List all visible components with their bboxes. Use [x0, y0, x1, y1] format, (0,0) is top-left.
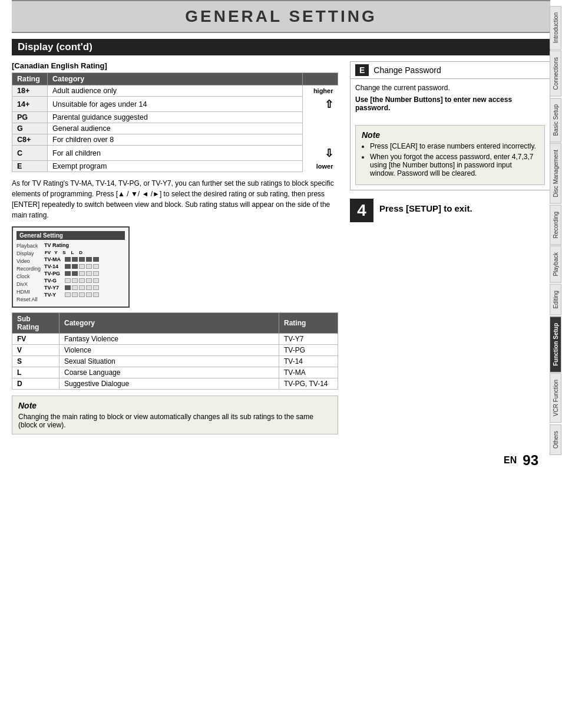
sidebar-tab[interactable]: Playback [550, 246, 561, 283]
rating-code-cell: 18+ [12, 85, 48, 97]
mockup-tv-rating: TV Rating FVYSLD TV-MATV-14TV-PGTV-GTV-Y… [44, 242, 125, 303]
rating-category-cell: General audience [48, 123, 303, 134]
sub-rating-code: L [12, 367, 59, 378]
sub-col-rating-val: Rating [279, 313, 338, 334]
sub-rating-category: Fantasy Violence [59, 334, 279, 345]
note-text-left: Changing the main rating to block or vie… [18, 413, 332, 429]
sub-rating-category: Coarse Language [59, 367, 279, 378]
mockup-menu-item: Display [16, 250, 41, 257]
rating-category-cell: Exempt program [48, 161, 303, 172]
mockup-menu-item: Clock [16, 273, 41, 280]
sub-rating-value: TV-Y7 [279, 334, 338, 345]
tv-rating-mockup: General Setting PlaybackDisplayVideoReco… [12, 226, 130, 308]
mockup-rating-row: TV-MA [44, 256, 125, 262]
sidebar-tab[interactable]: Disc Management [550, 143, 561, 204]
rating-category-cell: Parental guidance suggested [48, 112, 303, 123]
step-number: 4 [350, 199, 373, 222]
mockup-header-col: Y [52, 250, 59, 255]
mockup-menu-item: Recording [16, 265, 41, 272]
page-number: 93 [523, 452, 538, 469]
sub-col-category: Category [59, 313, 279, 334]
sub-rating-code: D [12, 378, 59, 390]
change-password-box: E Change Password Change the current pas… [350, 61, 550, 190]
sub-rating-code: V [12, 345, 59, 356]
note-bullet-item: When you forgot the access password, ent… [370, 153, 538, 177]
page-footer: EN 93 [0, 446, 562, 475]
sidebar-tab[interactable]: Others [550, 424, 561, 455]
rating-code-cell: G [12, 123, 48, 134]
cp-letter: E [355, 64, 369, 76]
sub-rating-code: S [12, 356, 59, 367]
rating-code-cell: 14+ [12, 97, 48, 112]
mockup-header-col: D [77, 250, 84, 255]
step-4-area: 4 Press [SETUP] to exit. [350, 199, 550, 222]
rating-code-cell: C8+ [12, 134, 48, 146]
rating-code-cell: C [12, 146, 48, 161]
rating-code-cell: PG [12, 112, 48, 123]
mockup-rating-row: TV-Y [44, 292, 125, 298]
mockup-menu-item: DivX [16, 281, 41, 288]
mockup-header-col: FV [44, 250, 51, 255]
sub-rating-category: Suggestive Dialogue [59, 378, 279, 390]
note-bullet-item: Press [CLEAR] to erase numbers entered i… [370, 142, 538, 150]
rating-category-cell: Adult audience only [48, 85, 303, 97]
rating-table: Rating Category 18+Adult audience onlyhi… [12, 73, 338, 172]
cp-description: Change the current password. [355, 84, 545, 92]
sidebar-tab[interactable]: Introduction [550, 6, 561, 50]
cp-body: Change the current password. Use [the Nu… [351, 79, 550, 120]
note-title-right: Note [362, 130, 538, 140]
right-sidebar: IntroductionConnectionsBasic SetupDisc M… [549, 0, 562, 728]
col-category: Category [48, 73, 303, 85]
mockup-menu-item: HDMI [16, 288, 41, 295]
col-extra [303, 73, 338, 85]
left-column: [Canadian English Rating] Rating Categor… [12, 61, 338, 440]
page-title: GENERAL SETTING [12, 7, 550, 26]
mockup-menu-item: Playback [16, 242, 41, 249]
sub-rating-value: TV-14 [279, 356, 338, 367]
rating-category-cell: Unsuitable for ages under 14 [48, 97, 303, 112]
sub-rating-table: Sub Rating Category Rating FVFantasy Vio… [12, 312, 338, 390]
page-title-bar: GENERAL SETTING [12, 0, 550, 33]
note-box-left: Note Changing the main rating to block o… [12, 396, 338, 434]
mockup-title: General Setting [16, 231, 125, 240]
right-column: E Change Password Change the current pas… [350, 61, 550, 440]
mockup-rating-row: TV-Y7 [44, 285, 125, 291]
mockup-rating-row: TV-G [44, 278, 125, 284]
sidebar-tab[interactable]: Connections [550, 51, 561, 97]
rating-code-cell: E [12, 161, 48, 172]
sidebar-tab[interactable]: Function Setup [550, 317, 561, 373]
note-title-left: Note [18, 401, 332, 410]
cp-title: Change Password [373, 65, 441, 75]
mockup-rating-row: TV-14 [44, 263, 125, 269]
canadian-rating-heading: [Canadian English Rating] [12, 61, 338, 70]
sub-rating-value: TV-MA [279, 367, 338, 378]
sub-rating-code: FV [12, 334, 59, 345]
mockup-menu-item: Video [16, 258, 41, 265]
mockup-header-col: L [69, 250, 76, 255]
sidebar-tab[interactable]: Basic Setup [550, 98, 561, 142]
sub-rating-value: TV-PG [279, 345, 338, 356]
step-text: Press [SETUP] to exit. [379, 199, 472, 213]
note-box-right: Note Press [CLEAR] to erase numbers ente… [355, 125, 545, 185]
cp-header: E Change Password [351, 62, 550, 79]
sub-rating-value: TV-PG, TV-14 [279, 378, 338, 390]
sub-rating-category: Sexual Situation [59, 356, 279, 367]
rating-category-cell: For children over 8 [48, 134, 303, 146]
language-label: EN [504, 455, 517, 466]
cp-instruction: Use [the Number Buttons] to enter new ac… [355, 95, 545, 112]
sub-rating-category: Violence [59, 345, 279, 356]
col-rating: Rating [12, 73, 48, 85]
mockup-rating-row: TV-PG [44, 271, 125, 276]
mockup-header-col: S [61, 250, 68, 255]
mockup-menu-item: Reset All [16, 296, 41, 303]
sub-col-rating: Sub Rating [12, 313, 59, 334]
sidebar-tab[interactable]: Recording [550, 205, 561, 245]
body-text-tv-rating: As for TV Rating's TV-MA, TV-14, TV-PG, … [12, 178, 338, 220]
mockup-menu: PlaybackDisplayVideoRecordingClockDivXHD… [16, 242, 41, 303]
note-bullets: Press [CLEAR] to erase numbers entered i… [370, 142, 538, 177]
section-heading: Display (cont'd) [12, 39, 550, 55]
rating-category-cell: For all children [48, 146, 303, 161]
sidebar-tab[interactable]: VCR Function [550, 373, 561, 423]
sidebar-tab[interactable]: Editing [550, 284, 561, 315]
